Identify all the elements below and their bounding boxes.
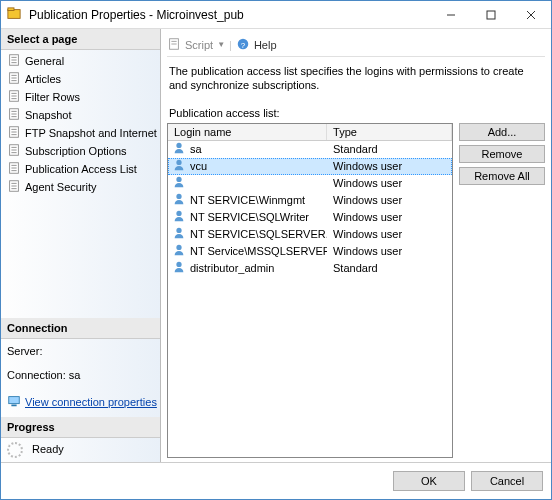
sidebar-item-label: Subscription Options	[25, 145, 127, 157]
login-cell: distributor_admin	[190, 262, 274, 274]
table-row[interactable]: NT Service\MSSQLSERVERWindows user	[168, 243, 452, 260]
footer: OK Cancel	[1, 462, 551, 499]
user-icon	[172, 192, 186, 208]
remove-all-button[interactable]: Remove All	[459, 167, 545, 185]
login-cell: vcu	[190, 160, 207, 172]
titlebar: Publication Properties - Microinvest_pub	[1, 1, 551, 29]
page-icon	[7, 143, 21, 159]
connection-header: Connection	[1, 318, 160, 339]
svg-point-45	[176, 143, 181, 148]
type-cell: Standard	[327, 143, 452, 155]
maximize-button[interactable]	[471, 1, 511, 28]
svg-text:?: ?	[241, 40, 246, 49]
remove-button[interactable]: Remove	[459, 145, 545, 163]
access-list[interactable]: Login name Type saStandardvcuWindows use…	[167, 123, 453, 459]
user-icon	[172, 158, 186, 174]
type-cell: Windows user	[327, 160, 452, 172]
page-icon	[7, 71, 21, 87]
sidebar-item[interactable]: Filter Rows	[7, 88, 160, 106]
svg-rect-3	[487, 11, 495, 19]
cancel-button[interactable]: Cancel	[471, 471, 543, 491]
window-title: Publication Properties - Microinvest_pub	[29, 8, 431, 22]
login-cell: NT SERVICE\SQLWriter	[190, 211, 309, 223]
close-button[interactable]	[511, 1, 551, 28]
sidebar-item-label: Articles	[25, 73, 61, 85]
table-row[interactable]: saStandard	[168, 141, 452, 158]
page-icon	[7, 53, 21, 69]
user-icon	[172, 209, 186, 225]
type-cell: Windows user	[327, 228, 452, 240]
script-dropdown-icon[interactable]: ▼	[217, 40, 225, 49]
svg-point-50	[176, 228, 181, 233]
user-icon	[172, 141, 186, 157]
sidebar-item-label: FTP Snapshot and Internet	[25, 127, 157, 139]
svg-point-47	[176, 177, 181, 182]
login-cell: NT SERVICE\SQLSERVER...	[190, 228, 327, 240]
server-label: Server:	[7, 345, 154, 357]
type-cell: Windows user	[327, 177, 452, 189]
svg-point-48	[176, 194, 181, 199]
page-icon	[7, 179, 21, 195]
table-row[interactable]: distributor_adminStandard	[168, 260, 452, 277]
page-icon	[7, 89, 21, 105]
user-icon	[172, 226, 186, 242]
sidebar-item[interactable]: Snapshot	[7, 106, 160, 124]
sidebar-item-label: General	[25, 55, 64, 67]
script-icon	[167, 37, 181, 53]
svg-point-52	[176, 262, 181, 267]
sidebar-item[interactable]: General	[7, 52, 160, 70]
main-panel: Script ▼ | ? Help The publication access…	[161, 29, 551, 462]
sidebar-item-label: Agent Security	[25, 181, 97, 193]
table-row[interactable]: NT SERVICE\SQLSERVER...Windows user	[168, 226, 452, 243]
user-icon	[172, 243, 186, 259]
user-icon	[172, 175, 186, 191]
add-button[interactable]: Add...	[459, 123, 545, 141]
type-cell: Standard	[327, 262, 452, 274]
page-icon	[7, 161, 21, 177]
table-row[interactable]: NT SERVICE\WinmgmtWindows user	[168, 192, 452, 209]
login-cell: sa	[190, 143, 202, 155]
select-page-header: Select a page	[1, 29, 160, 50]
type-cell: Windows user	[327, 194, 452, 206]
sidebar-item[interactable]: Articles	[7, 70, 160, 88]
login-cell: NT SERVICE\Winmgmt	[190, 194, 305, 206]
script-button[interactable]: Script	[185, 39, 213, 51]
svg-point-51	[176, 245, 181, 250]
toolbar: Script ▼ | ? Help	[167, 33, 545, 57]
svg-point-49	[176, 211, 181, 216]
login-cell: NT Service\MSSQLSERVER	[190, 245, 327, 257]
page-icon	[7, 125, 21, 141]
page-icon	[7, 107, 21, 123]
help-button[interactable]: Help	[254, 39, 277, 51]
app-icon	[7, 7, 23, 23]
sidebar-item-label: Snapshot	[25, 109, 71, 121]
connection-label: Connection: sa	[7, 369, 154, 381]
sidebar-item[interactable]: FTP Snapshot and Internet	[7, 124, 160, 142]
type-cell: Windows user	[327, 211, 452, 223]
svg-rect-39	[11, 405, 16, 407]
table-row[interactable]: NT SERVICE\SQLWriterWindows user	[168, 209, 452, 226]
progress-header: Progress	[1, 417, 160, 438]
sidebar-item[interactable]: Subscription Options	[7, 142, 160, 160]
sidebar-item-label: Publication Access List	[25, 163, 137, 175]
help-icon: ?	[236, 37, 250, 53]
type-cell: Windows user	[327, 245, 452, 257]
table-row[interactable]: vcuWindows user	[168, 158, 452, 175]
list-label: Publication access list:	[167, 101, 545, 123]
minimize-button[interactable]	[431, 1, 471, 28]
view-connection-link[interactable]: View connection properties	[25, 396, 157, 408]
col-type[interactable]: Type	[327, 124, 452, 140]
svg-rect-38	[9, 397, 20, 404]
svg-point-46	[176, 160, 181, 165]
svg-rect-1	[8, 7, 14, 10]
table-row[interactable]: Windows user	[168, 175, 452, 192]
connection-icon	[7, 394, 21, 410]
description-text: The publication access list specifies th…	[167, 57, 545, 101]
sidebar-item[interactable]: Publication Access List	[7, 160, 160, 178]
sidebar: Select a page GeneralArticlesFilter Rows…	[1, 29, 161, 462]
progress-spinner-icon	[7, 442, 23, 458]
sidebar-item[interactable]: Agent Security	[7, 178, 160, 196]
col-login[interactable]: Login name	[168, 124, 327, 140]
ok-button[interactable]: OK	[393, 471, 465, 491]
user-icon	[172, 260, 186, 276]
